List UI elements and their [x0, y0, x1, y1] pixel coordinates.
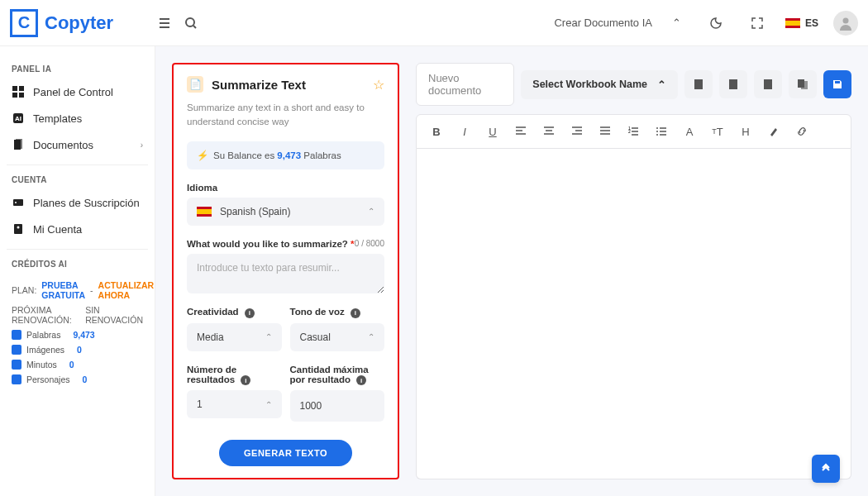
sidebar-item-documents[interactable]: Documentos › [7, 131, 148, 158]
svg-rect-5 [19, 93, 24, 98]
tone-select[interactable]: Casual ⌃ [290, 323, 385, 351]
balance-suffix: Palabras [301, 150, 341, 160]
workbook-label: Select Workbook Name [532, 79, 647, 90]
svg-point-1 [843, 17, 849, 23]
align-justify-icon[interactable] [597, 123, 613, 140]
svg-text:AI: AI [15, 115, 21, 122]
documents-icon [12, 138, 25, 151]
language-code: ES [805, 17, 818, 29]
chevron-up-icon: ⌃ [265, 400, 272, 409]
search-icon[interactable] [178, 10, 204, 36]
templates-icon: AI [12, 112, 25, 125]
copy-icon[interactable] [789, 70, 817, 98]
scroll-top-button[interactable] [812, 455, 840, 483]
sidebar-item-plans[interactable]: Planes de Suscripción [7, 189, 148, 216]
chevron-up-icon: ⌃ [265, 332, 272, 341]
export-word-icon[interactable] [684, 70, 713, 98]
plan-upgrade-link[interactable]: ACTUALIZAR AHORA [98, 280, 155, 300]
dark-mode-icon[interactable] [703, 10, 729, 36]
ordered-list-icon[interactable]: 12 [625, 123, 641, 140]
credit-label: Imágenes [26, 345, 64, 355]
svg-point-11 [15, 202, 17, 203]
chevron-up-icon: ⌃ [368, 332, 374, 341]
svg-rect-14 [694, 79, 703, 89]
sidebar-item-account[interactable]: Mi Cuenta [7, 216, 148, 242]
info-icon[interactable]: i [351, 308, 360, 318]
renewal-label: PRÓXIMA RENOVACIÓN: [12, 305, 80, 325]
create-doc-dropdown[interactable]: Crear Documento IA ⌃ [547, 13, 688, 32]
export-pdf-icon[interactable] [719, 70, 747, 98]
credit-label: Personajes [26, 374, 70, 384]
document-name-input[interactable]: Nuevo documento [416, 63, 514, 106]
generate-button[interactable]: GENERAR TEXTO [219, 440, 352, 466]
language-select[interactable]: Spanish (Spain) ⌃ [187, 198, 384, 226]
dashboard-icon [12, 85, 25, 98]
avatar[interactable] [833, 11, 858, 36]
sidebar-item-label: Panel de Control [33, 86, 113, 98]
chevron-up-icon: ⌃ [672, 17, 681, 29]
balance-prefix: Su Balance es [213, 150, 277, 160]
svg-rect-10 [13, 199, 23, 206]
plans-icon [12, 196, 25, 209]
underline-icon[interactable]: U [484, 123, 501, 140]
font-size-icon[interactable]: TT [709, 123, 726, 140]
save-button[interactable] [823, 70, 851, 98]
bold-icon[interactable]: B [428, 123, 445, 140]
italic-icon[interactable]: I [456, 123, 473, 140]
credit-value: 0 [69, 360, 74, 370]
sidebar-heading-credits: CRÉDITOS AI [12, 260, 143, 269]
info-icon[interactable]: i [356, 375, 366, 385]
results-count-select[interactable]: 1 ⌃ [187, 390, 282, 418]
creativity-select[interactable]: Media ⌃ [187, 323, 282, 351]
sidebar-heading-account: CUENTA [12, 175, 143, 184]
renewal-value: SIN RENOVACIÓN [85, 305, 143, 325]
editor-body[interactable] [416, 149, 851, 479]
logo[interactable]: C Copyter [10, 9, 113, 37]
font-family-icon[interactable]: A [681, 123, 698, 140]
creativity-value: Media [197, 331, 224, 343]
info-icon[interactable]: i [241, 375, 250, 385]
editor-toolbar: B I U 12 A TT H [416, 114, 851, 149]
credit-value: 0 [82, 374, 87, 384]
svg-rect-12 [14, 224, 22, 234]
credit-label: Palabras [26, 330, 60, 340]
link-icon[interactable] [794, 123, 810, 140]
divider [7, 165, 148, 165]
tone-value: Casual [300, 331, 331, 343]
sidebar-item-label: Templates [33, 112, 82, 125]
svg-point-13 [17, 227, 20, 229]
svg-point-24 [656, 134, 658, 136]
editor-panel: Nuevo documento Select Workbook Name ⌃ B… [416, 63, 851, 479]
divider [7, 249, 148, 250]
export-txt-icon[interactable] [754, 70, 782, 98]
sidebar-item-templates[interactable]: AI Templates [7, 105, 148, 131]
sidebar-item-dashboard[interactable]: Panel de Control [7, 79, 148, 105]
sidebar-heading-panel: PANEL IA [12, 64, 143, 74]
char-counter: 0 / 8000 [355, 239, 384, 248]
language-selector[interactable]: ES [785, 17, 818, 29]
max-length-input[interactable] [290, 390, 385, 422]
svg-rect-16 [764, 79, 772, 89]
heading-icon[interactable]: H [737, 123, 754, 140]
workbook-select[interactable]: Select Workbook Name ⌃ [521, 70, 678, 99]
plan-name: PRUEBA GRATUITA [41, 280, 85, 300]
menu-toggle-icon[interactable] [151, 10, 178, 36]
summarize-textarea[interactable] [187, 254, 384, 294]
flag-es-icon [785, 18, 800, 28]
highlight-icon[interactable] [765, 123, 782, 140]
bolt-icon: ⚡ [197, 150, 208, 161]
credit-icon [12, 360, 21, 370]
align-left-icon[interactable] [513, 123, 529, 140]
template-icon: 📄 [187, 76, 203, 93]
align-center-icon[interactable] [541, 123, 557, 140]
sidebar: PANEL IA Panel de Control AI Templates D… [0, 46, 155, 496]
svg-rect-4 [12, 93, 17, 98]
star-icon[interactable]: ☆ [373, 77, 384, 93]
info-icon[interactable]: i [245, 308, 255, 318]
plan-sep: - [90, 285, 93, 295]
fullscreen-icon[interactable] [744, 10, 770, 36]
align-right-icon[interactable] [569, 123, 585, 140]
unordered-list-icon[interactable] [653, 123, 670, 140]
logo-mark: C [10, 9, 38, 37]
logo-text: Copyter [45, 12, 113, 34]
